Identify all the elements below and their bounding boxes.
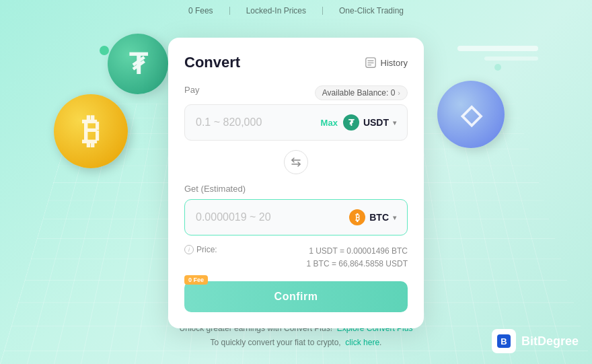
history-button[interactable]: History [365, 57, 408, 69]
card-title: Convert [184, 54, 240, 71]
topbar-trading: One-Click Trading [339, 6, 404, 15]
deco-bar-2 [484, 57, 538, 61]
get-token-chevron: ▾ [393, 214, 396, 221]
price-label: i Price: [184, 245, 217, 254]
price-line-1: 1 USDT = 0.00001496 BTC [307, 245, 408, 258]
pay-label: Pay [184, 85, 199, 95]
price-line-2: 1 BTC = 66,864.5858 USDT [307, 258, 408, 270]
btc-icon: ₿ [349, 209, 365, 225]
swap-btn-wrapper [184, 150, 408, 174]
pay-token-label: USDT [363, 117, 389, 128]
price-info-icon: i [184, 245, 194, 254]
footer-line2-suffix: . [379, 338, 381, 347]
get-input-placeholder: 0.0000019 ~ 20 [196, 211, 271, 223]
topbar-divider-1 [229, 7, 230, 15]
pay-token-chevron: ▾ [393, 119, 396, 126]
get-label-row: Get (Estimated) [184, 184, 408, 194]
swap-button[interactable] [284, 150, 308, 174]
history-icon [365, 57, 377, 69]
get-input-right: ₿ BTC ▾ [349, 209, 396, 225]
svg-text:B: B [501, 336, 507, 347]
fee-badge: 0 Fee [184, 275, 208, 285]
pay-label-row: Pay Available Balance: 0 › [184, 85, 408, 100]
price-values: 1 USDT = 0.00001496 BTC 1 BTC = 66,864.5… [307, 245, 408, 270]
get-token-selector[interactable]: ₿ BTC ▾ [349, 209, 396, 225]
price-label-text: Price: [196, 245, 217, 254]
get-input-box[interactable]: 0.0000019 ~ 20 ₿ BTC ▾ [184, 199, 408, 235]
usdt-icon: ₮ [343, 114, 359, 131]
deco-bar-1 [457, 46, 538, 51]
bitdegree-label: BitDegree [521, 334, 579, 349]
get-label: Get (Estimated) [184, 184, 246, 194]
pay-input-box[interactable]: 0.1 ~ 820,000 Max ₮ USDT ▾ [184, 104, 408, 141]
bitdegree-logo: B [492, 329, 516, 353]
orb-2 [494, 64, 501, 71]
pay-input-right: Max ₮ USDT ▾ [321, 114, 396, 131]
confirm-button[interactable]: Confirm [184, 281, 408, 312]
tether-coin [108, 34, 168, 94]
bitdegree-badge: B BitDegree [492, 329, 579, 353]
topbar-fees: 0 Fees [188, 6, 213, 15]
pay-input-placeholder: 0.1 ~ 820,000 [196, 116, 262, 129]
max-button[interactable]: Max [321, 118, 338, 128]
topbar: 0 Fees Locked-In Prices One-Click Tradin… [0, 0, 592, 22]
topbar-prices: Locked-In Prices [246, 6, 306, 15]
balance-badge-arrow: › [398, 89, 400, 97]
available-balance-badge[interactable]: Available Balance: 0 › [315, 85, 408, 100]
orb-1 [100, 46, 109, 55]
confirm-btn-wrapper: 0 Fee Confirm [184, 281, 408, 312]
footer-line2-prefix: To quickly convert your fiat to crypto, [211, 338, 341, 347]
bitcoin-coin [54, 94, 128, 168]
swap-icon [290, 156, 302, 168]
available-balance-text: Available Balance: 0 [322, 88, 396, 98]
ethereum-coin [437, 81, 505, 148]
history-label: History [381, 58, 408, 68]
get-token-label: BTC [369, 212, 389, 223]
topbar-divider-2 [322, 7, 323, 15]
pay-token-selector[interactable]: ₮ USDT ▾ [343, 114, 396, 131]
card-header: Convert History [184, 54, 408, 71]
price-row: i Price: 1 USDT = 0.00001496 BTC 1 BTC =… [184, 245, 408, 270]
click-here-link[interactable]: click here [345, 338, 379, 347]
convert-card: Convert History Pay Available Balance: 0… [168, 38, 424, 328]
